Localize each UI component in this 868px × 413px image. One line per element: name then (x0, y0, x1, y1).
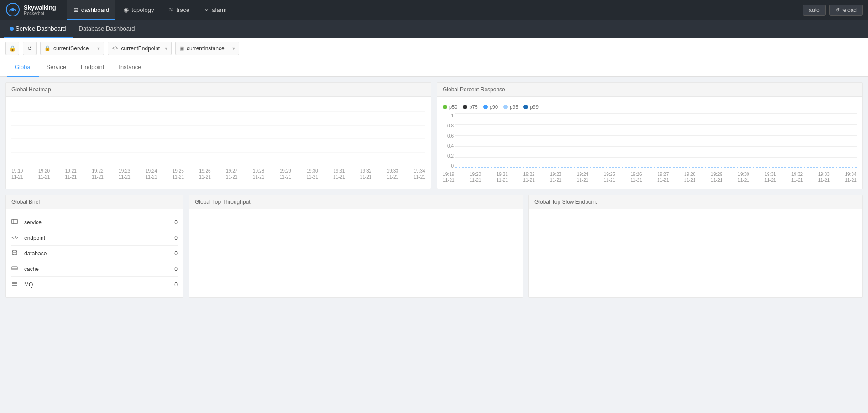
nav-item-alarm[interactable]: ⚬ alarm (198, 0, 233, 20)
top-throughput-panel: Global Top Throughput (189, 195, 523, 298)
refresh-icon-button[interactable]: ↺ (23, 42, 37, 55)
time-label: 19:3311-21 (387, 168, 399, 180)
legend-dot-p50 (443, 105, 447, 109)
nav-label-trace: trace (176, 6, 189, 13)
sub-nav-label-database: Database Dashboard (79, 25, 135, 32)
database-icon (11, 249, 21, 257)
reload-button[interactable]: ↺ reload (829, 5, 863, 16)
current-instance-select[interactable]: ▣ currentInstance ▾ (175, 42, 239, 55)
time-label: 19:2911-21 (711, 171, 723, 183)
auto-button[interactable]: auto (803, 5, 825, 16)
tab-instance-label: Instance (119, 64, 141, 70)
tab-service-label: Service (47, 64, 66, 70)
percent-time-labels: 19:1911-21 19:2011-21 19:2111-21 19:2211… (443, 169, 857, 183)
y-label-1: 1 (451, 113, 454, 118)
brief-value-mq: 0 (174, 281, 178, 288)
top-slow-endpoint-panel: Global Top Slow Endpoint (528, 195, 863, 298)
current-instance-label: currentInstance (187, 45, 225, 52)
heatmap-title: Global Heatmap (6, 83, 431, 97)
time-label: 19:3311-21 (818, 171, 830, 183)
time-label: 19:1911-21 (443, 171, 455, 183)
svg-point-1 (11, 8, 14, 11)
brief-label-mq: MQ (24, 281, 174, 288)
time-label: 19:2311-21 (119, 168, 131, 180)
y-label-0-6: 0.6 (447, 133, 454, 138)
nav-item-topology[interactable]: ◉ topology (117, 0, 160, 20)
tab-instance[interactable]: Instance (111, 58, 148, 77)
brief-label-cache: cache (24, 266, 174, 272)
time-label: 19:2511-21 (173, 168, 184, 180)
brief-value-cache: 0 (174, 266, 178, 272)
current-endpoint-select[interactable]: </> currentEndpoint ▾ (108, 42, 172, 55)
sub-nav-service-dashboard[interactable]: Service Dashboard (4, 20, 73, 38)
time-label: 19:2611-21 (630, 171, 642, 183)
legend-p95: p95 (503, 104, 518, 110)
percent-response-body: p50 p75 p90 p95 (437, 97, 862, 189)
percent-response-panel: Global Percent Response p50 p75 p90 (437, 82, 863, 189)
instance-select-arrow: ▾ (232, 45, 235, 52)
nav-items: ⊞ dashboard ◉ topology ≋ trace ⚬ alarm (67, 0, 803, 20)
nav-item-trace[interactable]: ≋ trace (162, 0, 196, 20)
tab-global-label: Global (15, 64, 32, 70)
current-service-select[interactable]: 🔒 currentService ▾ (40, 42, 104, 55)
heatmap-body: 19:1911-21 19:2011-21 19:2111-21 19:2211… (6, 97, 431, 185)
app-name: Skywalking (24, 4, 56, 11)
sub-navigation: Service Dashboard Database Dashboard (0, 20, 868, 38)
time-label: 19:2111-21 (65, 168, 77, 180)
time-label: 19:2011-21 (470, 171, 481, 183)
brief-row-endpoint: </> endpoint 0 (11, 230, 178, 246)
percent-chart-main (455, 113, 857, 169)
time-label: 19:2711-21 (657, 171, 669, 183)
y-label-0-4: 0.4 (447, 143, 454, 148)
legend-p75: p75 (463, 104, 477, 110)
tab-endpoint[interactable]: Endpoint (73, 58, 111, 77)
nav-item-dashboard[interactable]: ⊞ dashboard (67, 0, 115, 20)
heatmap-time-labels: 19:1911-21 19:2011-21 19:2111-21 19:2211… (11, 166, 425, 180)
time-label: 19:2811-21 (684, 171, 696, 183)
svg-point-16 (12, 250, 17, 252)
legend-label-p99: p99 (530, 104, 538, 110)
time-label: 19:3111-21 (333, 168, 345, 180)
endpoint-icon: </> (11, 234, 21, 242)
current-endpoint-label: currentEndpoint (121, 45, 160, 52)
legend-dot-p90 (483, 105, 488, 109)
alarm-icon: ⚬ (204, 6, 209, 13)
endpoint-select-arrow: ▾ (165, 45, 167, 52)
legend-label-p95: p95 (510, 104, 518, 110)
brief-value-endpoint: 0 (174, 235, 178, 241)
panel-row-2: Global Brief service 0 </> endpoint 0 (5, 195, 863, 298)
time-label: 19:2411-21 (577, 171, 589, 183)
cache-icon (11, 265, 21, 273)
refresh-icon: ↺ (27, 45, 32, 52)
brief-title: Global Brief (6, 195, 183, 209)
nav-right: auto ↺ reload (803, 5, 863, 16)
y-label-0-2: 0.2 (447, 154, 454, 159)
topology-icon: ◉ (124, 6, 129, 13)
legend-label-p75: p75 (469, 104, 477, 110)
nav-label-topology: topology (131, 6, 154, 13)
service-select-arrow: ▾ (97, 45, 100, 52)
tab-service[interactable]: Service (39, 58, 73, 77)
svg-rect-13 (12, 219, 17, 224)
sub-nav-database-dashboard[interactable]: Database Dashboard (73, 20, 141, 38)
brief-label-service: service (24, 219, 174, 226)
legend-dot-p99 (523, 105, 528, 109)
brief-label-database: database (24, 250, 174, 257)
legend-p99: p99 (523, 104, 538, 110)
time-label: 19:2511-21 (604, 171, 616, 183)
dashboard-icon: ⊞ (73, 6, 78, 13)
time-label: 19:2011-21 (38, 168, 50, 180)
heatmap-svg (11, 102, 425, 166)
lock-icon-button[interactable]: 🔒 (5, 42, 19, 55)
legend-p90: p90 (483, 104, 498, 110)
time-label: 19:2911-21 (280, 168, 292, 180)
time-label: 19:3011-21 (737, 171, 749, 183)
svg-text:</>: </> (11, 235, 18, 240)
service-icon (11, 218, 21, 226)
service-select-icon: 🔒 (44, 45, 51, 51)
tab-endpoint-label: Endpoint (81, 64, 104, 70)
tab-global[interactable]: Global (7, 58, 39, 77)
throughput-body (189, 209, 523, 220)
time-label: 19:2611-21 (199, 168, 211, 180)
y-label-0-8: 0.8 (447, 123, 454, 128)
